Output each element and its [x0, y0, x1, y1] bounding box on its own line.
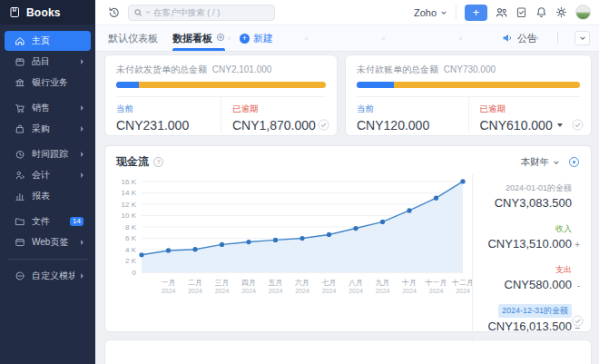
sidebar-item-custom-modules[interactable]: 自定义模块 [5, 266, 91, 286]
svg-text:六月: 六月 [295, 279, 309, 287]
topbar: Zoho + [95, 0, 599, 25]
svg-text:2024: 2024 [402, 288, 417, 294]
unpaid-bills-card: 未付款账单的总金额 CNY730.000 当前 CNY120.000 已逾期 [345, 54, 592, 136]
help-icon[interactable]: ? [153, 157, 163, 167]
card-total-amount: CNY2,101.000 [212, 64, 272, 74]
svg-text:2024: 2024 [162, 288, 176, 294]
cashflow-widget: 现金流 ? 本财年 02 K4 [104, 145, 592, 332]
cashflow-chart: 02 K4 K6 K8 K10 K12 K14 K16 K一月2024二月202… [111, 174, 472, 303]
svg-text:2024: 2024 [376, 288, 390, 294]
stat-amount: CNY580.000 [505, 278, 572, 291]
svg-text:14 K: 14 K [122, 189, 137, 197]
home-icon [15, 35, 25, 46]
svg-text:6 K: 6 K [125, 234, 137, 242]
tab-default-dashboard[interactable]: 默认仪表板 [108, 25, 158, 51]
stat-label: 2024-01-01的金额 [506, 182, 572, 194]
user-avatar[interactable] [575, 5, 591, 20]
cashflow-stat-row: 2024-01-01的金额CNY3,083.500 [478, 178, 580, 210]
svg-text:四月: 四月 [241, 279, 256, 287]
dashboard-tabbar: 默认仪表板 数据看板 + 新建 公告 [95, 25, 599, 52]
current-label: 当前 [116, 103, 213, 115]
notifications-bell-icon[interactable] [535, 6, 547, 18]
svg-text:2024: 2024 [322, 288, 337, 294]
sidebar-item-purchases[interactable]: 采购 [5, 119, 91, 139]
sidebar-item-time-tracking[interactable]: 时间跟踪 [5, 144, 91, 164]
sidebar-item-label: 自定义模块 [32, 270, 74, 282]
sidebar-item-items[interactable]: 品目 [5, 52, 91, 72]
svg-text:十一月: 十一月 [425, 279, 447, 287]
svg-text:2024: 2024 [349, 288, 363, 294]
tab-overflow-chevron[interactable] [574, 31, 590, 45]
svg-text:12 K: 12 K [122, 201, 137, 209]
clock-icon [15, 149, 25, 160]
next-widget-partial [104, 339, 592, 364]
svg-text:2024: 2024 [215, 288, 230, 294]
fiscal-year-dropdown[interactable]: 本财年 [521, 156, 561, 169]
tab-data-dashboard[interactable]: 数据看板 [172, 25, 225, 51]
svg-text:2024: 2024 [241, 288, 256, 294]
sidebar-item-accountant[interactable]: 会计 [5, 165, 91, 185]
sidebar-item-documents[interactable]: 文件14 [5, 212, 91, 231]
sidebar-nav: 主页品目银行业务销售采购时间跟踪会计报表文件14Web页签自定义模块 [0, 25, 95, 364]
card-title: 未付款账单的总金额 [357, 64, 438, 74]
chevron-right-icon [81, 59, 83, 64]
tab-settings-icon[interactable] [216, 33, 225, 44]
global-search [128, 5, 275, 21]
check-circle-icon[interactable] [572, 119, 584, 131]
svg-text:10 K: 10 K [122, 212, 137, 220]
browser-icon [15, 237, 25, 248]
widget-options-icon[interactable] [568, 156, 580, 168]
chevron-right-icon [81, 126, 83, 132]
quick-create-button[interactable]: + [465, 5, 487, 21]
app-window: Books 主页品目银行业务销售采购时间跟踪会计报表文件14Web页签自定义模块… [0, 0, 599, 364]
tasks-clipboard-icon[interactable] [516, 6, 527, 18]
chevron-right-icon [81, 273, 83, 279]
sidebar-item-sales[interactable]: 销售 [5, 98, 91, 118]
cashflow-stat-row: 支出CNY580.000- [478, 260, 580, 291]
sidebar-item-label: Web页签 [32, 236, 74, 249]
stat-operator: - [572, 280, 580, 290]
cart-icon [15, 103, 25, 113]
svg-text:2024: 2024 [456, 288, 470, 294]
overdue-label: 已逾期 [232, 103, 329, 115]
svg-text:一月: 一月 [162, 279, 176, 287]
unpaid-invoices-card: 未付款发货单的总金额 CNY2,101.000 当前 CNY231.000 已逾… [104, 54, 338, 136]
announcement-button[interactable]: 公告 [502, 32, 537, 45]
org-selector[interactable]: Zoho [414, 7, 447, 18]
sidebar-item-home[interactable]: 主页 [5, 31, 91, 51]
chevron-down-icon [579, 34, 586, 42]
users-icon[interactable] [496, 6, 507, 18]
sidebar-item-banking[interactable]: 银行业务 [5, 73, 91, 93]
check-circle-icon[interactable] [318, 119, 329, 131]
search-icon [134, 8, 142, 17]
search-scope-chevron-icon[interactable] [145, 9, 151, 15]
sidebar-item-label: 报表 [32, 190, 83, 202]
overdue-amount-dropdown[interactable]: CNY1,870.000 [232, 118, 329, 133]
bar-chart-icon [15, 191, 25, 202]
svg-text:十二月: 十二月 [451, 279, 472, 287]
current-amount: CNY120.000 [357, 118, 461, 133]
svg-text:七月: 七月 [322, 279, 337, 287]
new-dashboard-button[interactable]: + 新建 [240, 32, 273, 45]
stat-label: 支出 [555, 264, 572, 276]
chevron-right-icon [81, 152, 83, 157]
recent-history-icon[interactable] [108, 6, 120, 18]
cashflow-stat-row: 2024-12-31的金额CNY16,013.500= [478, 300, 580, 333]
sidebar-item-label: 销售 [32, 102, 74, 114]
current-amount: CNY231.000 [116, 118, 213, 133]
app-logo[interactable]: Books [0, 0, 95, 25]
check-circle-icon[interactable] [572, 315, 584, 327]
svg-text:五月: 五月 [269, 279, 283, 287]
items-icon [15, 56, 25, 67]
app-title: Books [26, 6, 61, 19]
sidebar-item-web-tabs[interactable]: Web页签 [5, 232, 91, 252]
svg-text:0: 0 [133, 269, 137, 277]
card-title: 未付款发货单的总金额 [116, 64, 207, 74]
sidebar-item-reports[interactable]: 报表 [5, 186, 91, 206]
cashflow-title: 现金流 [116, 154, 149, 170]
search-input[interactable] [153, 7, 269, 17]
svg-text:4 K: 4 K [125, 246, 137, 254]
settings-gear-icon[interactable] [555, 6, 567, 18]
overdue-amount-dropdown[interactable]: CNY610.000 [480, 118, 584, 133]
main-area: Zoho + 默认仪表板 数据看板 [95, 0, 599, 364]
